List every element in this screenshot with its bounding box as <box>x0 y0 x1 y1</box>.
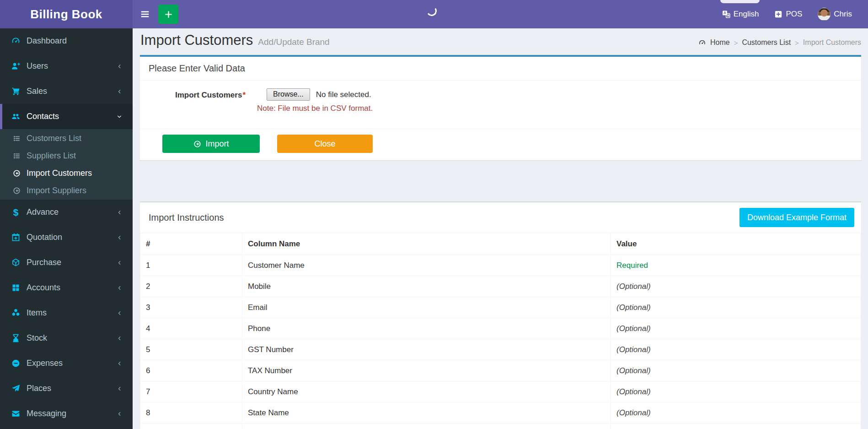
list-icon <box>12 152 21 160</box>
language-label: English <box>734 10 759 19</box>
import-customers-field-label: Import Customers* <box>148 88 246 113</box>
app-logo[interactable]: Billing Book <box>0 0 133 28</box>
sidebar-subitem-import-customers[interactable]: Import Customers <box>0 164 133 182</box>
page-subtitle: Add/Update Brand <box>258 33 329 51</box>
file-status-text: No file selected. <box>316 90 371 99</box>
table-row: 2Mobile(Optional) <box>140 276 861 297</box>
calendar-plus-icon <box>11 233 21 242</box>
chevron-left-icon <box>116 360 123 367</box>
paper-plane-icon <box>11 384 21 393</box>
sidebar-item-places[interactable]: Places <box>0 376 133 401</box>
language-menu[interactable]: A English <box>714 0 767 28</box>
table-row: 6TAX Number(Optional) <box>140 360 861 381</box>
close-button[interactable]: Close <box>277 135 373 153</box>
sidebar-subitem-label: Import Suppliers <box>27 186 86 195</box>
breadcrumb-current: Import Customers <box>803 38 861 47</box>
loading-spinner-icon <box>426 5 437 16</box>
sidebar-item-quotation[interactable]: Quotation <box>0 225 133 250</box>
table-row: 8State Name(Optional) <box>140 402 861 424</box>
sidebar-subitem-customers-list[interactable]: Customers List <box>0 130 133 147</box>
minus-circle-icon <box>11 358 21 368</box>
plus-icon <box>164 10 173 19</box>
breadcrumb: Home > Customers List > Import Customers <box>698 38 861 51</box>
dollar-icon: $ <box>11 207 21 217</box>
sidebar-item-label: Users <box>27 61 48 71</box>
chevron-down-icon <box>116 114 123 120</box>
sidebar-item-expenses[interactable]: Expenses <box>0 351 133 376</box>
cell-column-name: Mobile <box>242 276 611 297</box>
import-button-label: Import <box>205 139 229 149</box>
sidebar-item-advance[interactable]: $Advance <box>0 200 133 225</box>
sidebar-item-label: Sales <box>27 87 47 96</box>
table-row: 9Postcode(Optional) <box>140 424 861 429</box>
field-label-text: Import Customers <box>175 91 242 99</box>
sidebar-item-users[interactable]: Users <box>0 54 133 79</box>
table-row: 3Email(Optional) <box>140 297 861 318</box>
chevron-left-icon <box>116 63 123 70</box>
sidebar-item-label: Accounts <box>27 283 60 293</box>
import-button[interactable]: Import <box>162 135 260 153</box>
chevron-left-icon <box>116 386 123 392</box>
cell-number: 8 <box>140 402 242 424</box>
instructions-header: Import Instructions Download Example For… <box>140 202 861 233</box>
chevron-left-icon <box>116 88 123 95</box>
translate-icon: A <box>722 10 730 18</box>
cell-column-name: Postcode <box>242 424 611 429</box>
cell-number: 6 <box>140 360 242 381</box>
quick-add-button[interactable] <box>158 5 178 24</box>
instructions-title: Import Instructions <box>149 212 224 223</box>
sidebar-subitem-label: Suppliers List <box>27 151 76 161</box>
cell-value: (Optional) <box>611 339 861 360</box>
table-header-value: Value <box>611 233 861 255</box>
breadcrumb-home[interactable]: Home <box>710 38 730 47</box>
sidebar-item-purchase[interactable]: Purchase <box>0 250 133 275</box>
toast-remnant <box>720 0 760 3</box>
breadcrumb-separator: > <box>795 39 799 47</box>
sidebar-item-stock[interactable]: Stock <box>0 326 133 351</box>
user-menu[interactable]: Chris <box>810 0 860 28</box>
pos-menu[interactable]: POS <box>766 0 810 28</box>
import-circle-icon <box>193 140 202 148</box>
sidebar-item-items[interactable]: Items <box>0 300 133 326</box>
download-example-format-button[interactable]: Download Example Format <box>739 208 854 227</box>
sidebar-toggle-button[interactable] <box>133 0 157 28</box>
sidebar-item-messaging[interactable]: Messaging <box>0 401 133 426</box>
sidebar-item-contacts[interactable]: Contacts <box>0 104 133 129</box>
cell-number: 4 <box>140 318 242 339</box>
navbar: A English POS Chris <box>133 0 868 28</box>
sidebar-item-sales[interactable]: Sales <box>0 79 133 104</box>
sidebar-item-label: Quotation <box>27 233 62 242</box>
chevron-left-icon <box>116 310 123 316</box>
cell-value: (Optional) <box>611 297 861 318</box>
sidebar-item-label: Expenses <box>27 358 63 368</box>
browse-file-button[interactable]: Browse... <box>267 88 310 101</box>
chevron-left-icon <box>116 209 123 216</box>
page-title-text: Import Customers <box>140 32 253 49</box>
envelope-icon <box>11 409 21 418</box>
cell-value: (Optional) <box>611 424 861 429</box>
main-content: Import Customers Add/Update Brand Home >… <box>133 28 868 429</box>
breadcrumb-customers-list[interactable]: Customers List <box>742 38 791 47</box>
user-avatar <box>818 8 830 21</box>
user-plus-icon <box>11 61 21 71</box>
page-title: Import Customers Add/Update Brand <box>140 32 330 51</box>
hourglass-icon <box>11 333 21 343</box>
cell-column-name: Phone <box>242 318 611 339</box>
chevron-left-icon <box>116 234 123 241</box>
sidebar-item-label: Dashboard <box>27 36 67 46</box>
form-body: Import Customers* Browse... No file sele… <box>140 81 861 129</box>
sidebar-item-dashboard[interactable]: Dashboard <box>0 28 133 54</box>
cell-number: 7 <box>140 381 242 402</box>
sidebar-item-label: Messaging <box>27 409 66 418</box>
import-circle-icon <box>12 169 21 178</box>
cell-number: 3 <box>140 297 242 318</box>
chevron-left-icon <box>116 411 123 417</box>
table-row: 5GST Number(Optional) <box>140 339 861 360</box>
sidebar: DashboardUsersSalesContactsCustomers Lis… <box>0 28 133 429</box>
sidebar-subitem-import-suppliers[interactable]: Import Suppliers <box>0 182 133 199</box>
sidebar-item-accounts[interactable]: Accounts <box>0 275 133 300</box>
sidebar-subitem-suppliers-list[interactable]: Suppliers List <box>0 147 133 164</box>
grid-icon <box>11 283 21 293</box>
username-label: Chris <box>834 10 852 19</box>
cell-column-name: Country Name <box>242 381 611 402</box>
